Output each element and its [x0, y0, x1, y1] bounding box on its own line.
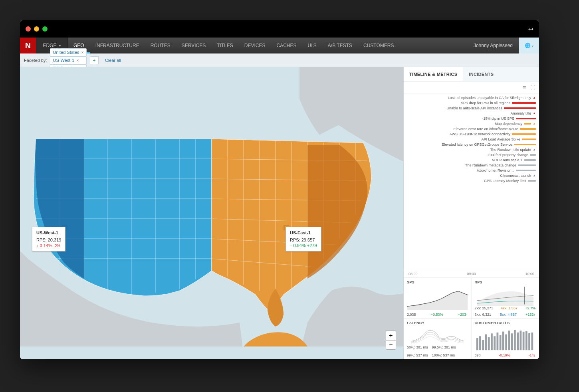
- svg-rect-17: [520, 331, 521, 350]
- side-toolbar: ≣ ⛶: [404, 81, 539, 93]
- card-sps[interactable]: SPS 2,035+0.53%+203↑: [404, 278, 472, 319]
- svg-rect-12: [505, 335, 507, 350]
- timeline-event[interactable]: The Rundown metadata change: [407, 162, 536, 168]
- timeline-list[interactable]: Lost: all episodes unplayable in CA for …: [404, 93, 539, 193]
- svg-rect-19: [525, 331, 527, 350]
- list-icon[interactable]: ≣: [522, 85, 526, 90]
- svg-rect-10: [499, 335, 501, 350]
- globe-button[interactable]: 🌐 ›: [519, 38, 539, 53]
- region-box-west[interactable]: US-West-1 RPS: 20,319 ↓ 0.14% -29: [32, 227, 65, 251]
- fullscreen-icon[interactable]: [42, 26, 48, 32]
- timeline-event[interactable]: GPS Latency Monkey Test: [407, 178, 536, 183]
- region-name: US-West-1: [36, 230, 61, 235]
- chevron-right-icon: ›: [532, 44, 533, 48]
- app-window: ⤢ N EDGE ▾ GEOINFRASTRUCTUREROUTESSERVIC…: [20, 20, 539, 359]
- region-trend: ↑ 0.94% +279: [290, 243, 317, 248]
- nav-tab-infrastructure[interactable]: INFRASTRUCTURE: [90, 38, 145, 53]
- chevron-down-icon: ▾: [59, 44, 61, 48]
- timeline-event[interactable]: Elevated error rate on /xbox/home Route: [407, 126, 536, 131]
- facet-label: Faceted by:: [24, 58, 47, 63]
- metric-cards: SPS 2,035+0.53%+203↑ RPS: [404, 278, 539, 359]
- side-panel: TIMELINE & METRICS INCIDENTS ≣ ⛶ Lost: a…: [403, 67, 539, 359]
- rps-sparkline: [475, 285, 536, 306]
- facet-chip[interactable]: United States×: [50, 48, 86, 56]
- svg-rect-8: [494, 336, 496, 350]
- svg-rect-21: [531, 333, 533, 350]
- zoom-in-button[interactable]: +: [386, 331, 396, 340]
- close-icon[interactable]: [26, 26, 31, 32]
- card-rps[interactable]: RPS 2xx: 25,2714xx: 1,557+2.7% 3xx: 6,32…: [472, 278, 539, 319]
- timeline-event[interactable]: Chromecast launch▲: [407, 173, 536, 178]
- minimize-icon[interactable]: [34, 26, 39, 32]
- nav-tab-ui-s[interactable]: UI'S: [302, 38, 322, 53]
- nav-tab-a-b-tests[interactable]: A/B TESTS: [322, 38, 358, 53]
- edge-label: EDGE: [43, 43, 56, 48]
- tab-timeline-metrics[interactable]: TIMELINE & METRICS: [404, 67, 463, 81]
- timeline-event[interactable]: Lost: all episodes unplayable in CA for …: [407, 95, 536, 100]
- svg-rect-14: [511, 333, 513, 350]
- timeline-event[interactable]: Zuul fast property change: [407, 152, 536, 157]
- timeline-event[interactable]: AWS US-East-1c network connectivity: [407, 131, 536, 137]
- svg-rect-3: [479, 336, 481, 350]
- timeline-event[interactable]: SPS drop for PS3 in all regions: [407, 100, 536, 105]
- timeline-event[interactable]: /xbox/home, Revision ..: [407, 168, 536, 173]
- svg-rect-11: [502, 332, 504, 350]
- sps-sparkline: [407, 285, 468, 313]
- svg-rect-13: [508, 331, 510, 350]
- svg-rect-15: [514, 330, 516, 350]
- svg-rect-7: [491, 333, 493, 350]
- nav-tab-routes[interactable]: ROUTES: [145, 38, 176, 53]
- timeline-event[interactable]: Unable to auto-scale API instances: [407, 105, 536, 111]
- svg-rect-6: [488, 337, 490, 350]
- latency-sparkline: [407, 326, 468, 345]
- facet-bar: Faceted by: United States×US-West-1×US-E…: [20, 53, 539, 67]
- timeline-event[interactable]: NCCP auto scale 1: [407, 157, 536, 162]
- side-tabs: TIMELINE & METRICS INCIDENTS: [404, 67, 539, 81]
- timeline-event[interactable]: Map dependency▲: [407, 121, 536, 126]
- navbar: N EDGE ▾ GEOINFRASTRUCTUREROUTESSERVICES…: [20, 38, 539, 53]
- timeline-event[interactable]: -15% dip in US SPS: [407, 116, 536, 121]
- zoom-out-button[interactable]: −: [386, 340, 396, 350]
- nav-tabs: GEOINFRASTRUCTUREROUTESSERVICESTITLESDEV…: [68, 38, 399, 53]
- facet-chip[interactable]: US-West-1×: [50, 56, 86, 64]
- card-latency[interactable]: LATENCY 50%: 381 ms99.5%: 381 ms 99%: 53…: [404, 319, 472, 359]
- nav-tab-titles[interactable]: TITLES: [211, 38, 239, 53]
- region-trend: ↓ 0.14% -29: [36, 243, 61, 248]
- svg-rect-9: [496, 333, 498, 350]
- add-facet-button[interactable]: +: [90, 56, 99, 64]
- svg-rect-5: [485, 335, 487, 350]
- nav-tab-services[interactable]: SERVICES: [176, 38, 211, 53]
- region-rps: RPS: 20,319: [36, 238, 61, 242]
- globe-icon: 🌐: [525, 43, 531, 48]
- titlebar: ⤢: [20, 20, 539, 38]
- nav-tab-devices[interactable]: DEVICES: [239, 38, 271, 53]
- timeline-event[interactable]: The Rundown title update▲: [407, 147, 536, 152]
- svg-rect-18: [522, 332, 524, 350]
- timeline-event[interactable]: API Load Average Spike: [407, 137, 536, 142]
- time-axis: 08:00 09:00 10:00: [404, 270, 539, 278]
- svg-rect-2: [476, 338, 478, 350]
- remove-chip-icon[interactable]: ×: [76, 58, 79, 63]
- card-customer-calls[interactable]: CUSTOMER CALLS 398-0.19%-14↓: [472, 319, 539, 359]
- traffic-lights: [26, 26, 48, 32]
- zoom-controls: + −: [386, 331, 396, 350]
- focus-icon[interactable]: ⛶: [530, 85, 535, 90]
- expand-icon[interactable]: ⤢: [526, 24, 535, 34]
- svg-rect-20: [528, 333, 530, 350]
- nav-tab-customers[interactable]: CUSTOMERS: [358, 38, 399, 53]
- customer-calls-bars: [475, 326, 536, 353]
- timeline-event[interactable]: Anomaly title▲: [407, 111, 536, 116]
- us-map: [20, 67, 403, 346]
- svg-rect-16: [517, 333, 519, 350]
- region-rps: RPS: 29,657: [290, 238, 317, 242]
- user-name[interactable]: Johnny Appleseed: [467, 38, 519, 53]
- timeline-event[interactable]: Elevated latency on GPSGetGroups Service: [407, 142, 536, 147]
- nav-tab-caches[interactable]: CACHES: [271, 38, 302, 53]
- map-pane[interactable]: REQUESTS PER SECOND ≡: [20, 67, 403, 359]
- remove-chip-icon[interactable]: ×: [81, 50, 84, 55]
- region-box-east[interactable]: US-East-1 RPS: 29,657 ↑ 0.94% +279: [286, 227, 321, 251]
- clear-all-link[interactable]: Clear all: [105, 58, 121, 63]
- region-name: US-East-1: [290, 230, 317, 235]
- app-logo[interactable]: N: [20, 38, 36, 53]
- tab-incidents[interactable]: INCIDENTS: [463, 67, 499, 81]
